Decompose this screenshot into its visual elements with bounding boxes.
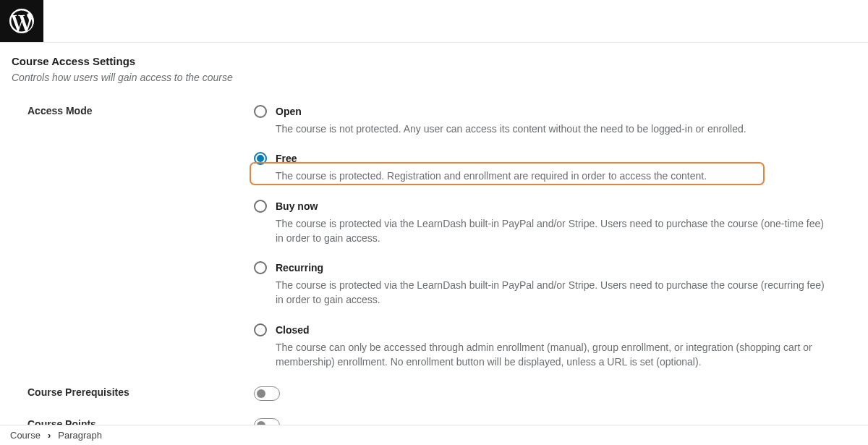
wordpress-logo[interactable] xyxy=(0,0,43,42)
access-mode-label: Access Mode xyxy=(12,105,254,116)
radio-description: The course is protected. Registration an… xyxy=(276,169,827,183)
header-divider xyxy=(0,42,868,43)
course-prerequisites-row: Course Prerequisites xyxy=(12,386,856,401)
radio-title: Recurring xyxy=(276,262,323,274)
section-description: Controls how users will gain access to t… xyxy=(12,72,856,83)
breadcrumb: Course › Paragraph xyxy=(0,425,868,445)
course-prerequisites-label: Course Prerequisites xyxy=(12,386,254,398)
access-mode-option-open[interactable]: Open The course is not protected. Any us… xyxy=(254,105,827,136)
course-prerequisites-toggle[interactable] xyxy=(254,386,280,401)
radio-title: Closed xyxy=(276,324,310,336)
access-mode-option-buy-now[interactable]: Buy now The course is protected via the … xyxy=(254,200,827,246)
section-title: Course Access Settings xyxy=(12,55,856,67)
radio-title: Open xyxy=(276,106,302,117)
access-mode-option-free[interactable]: Free The course is protected. Registrati… xyxy=(254,152,827,183)
radio-icon[interactable] xyxy=(254,105,267,118)
radio-icon[interactable] xyxy=(254,261,267,274)
radio-title: Buy now xyxy=(276,200,318,212)
access-mode-options: Open The course is not protected. Any us… xyxy=(254,105,856,369)
breadcrumb-item[interactable]: Course xyxy=(10,430,41,441)
access-mode-row: Access Mode Open The course is not prote… xyxy=(12,105,856,369)
breadcrumb-item[interactable]: Paragraph xyxy=(58,430,102,441)
radio-icon[interactable] xyxy=(254,152,267,165)
radio-description: The course is protected via the LearnDas… xyxy=(276,216,827,246)
radio-description: The course is not protected. Any user ca… xyxy=(276,122,827,136)
wordpress-icon xyxy=(9,9,34,33)
radio-icon[interactable] xyxy=(254,323,267,336)
radio-title: Free xyxy=(276,153,297,164)
chevron-right-icon: › xyxy=(48,430,51,441)
access-mode-option-closed[interactable]: Closed The course can only be accessed t… xyxy=(254,323,827,370)
radio-description: The course can only be accessed through … xyxy=(276,340,827,370)
radio-icon[interactable] xyxy=(254,200,267,213)
radio-description: The course is protected via the LearnDas… xyxy=(276,278,827,308)
toggle-knob xyxy=(257,389,265,398)
access-mode-option-recurring[interactable]: Recurring The course is protected via th… xyxy=(254,261,827,308)
